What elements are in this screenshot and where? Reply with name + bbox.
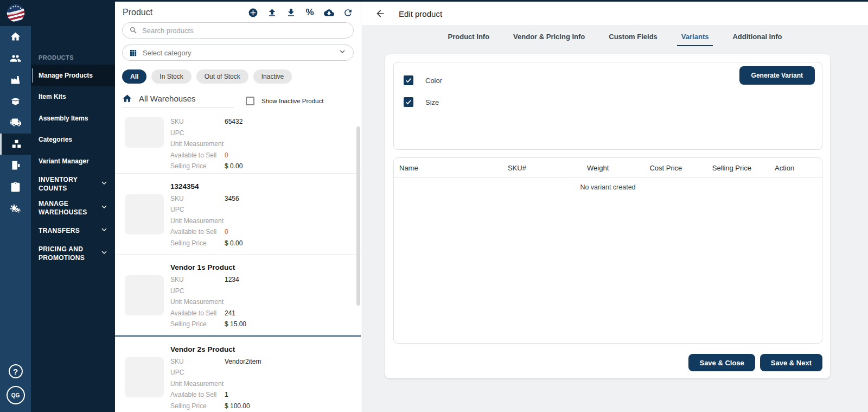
- sidebar-section-label: TRANSFERS: [39, 226, 80, 235]
- settings-gears-icon[interactable]: [0, 198, 31, 219]
- sidebar-section-manage-warehouses[interactable]: MANAGE WAREHOUSES: [31, 196, 115, 220]
- product-list-item[interactable]: SKU65432 UPC Unit Measurement Available …: [115, 114, 361, 174]
- filter-chip-in-stock[interactable]: In Stock: [151, 69, 191, 84]
- filter-chip-out-of-stock[interactable]: Out of Stock: [196, 69, 248, 84]
- clipboard-icon[interactable]: [0, 176, 31, 198]
- tab-vendor-pricing-info[interactable]: Vendor & Pricing Info: [509, 33, 589, 46]
- product-available: 0: [225, 151, 228, 159]
- field-label: Unit Measurement: [170, 217, 225, 225]
- category-placeholder: Select category: [143, 49, 333, 57]
- back-arrow-icon[interactable]: [374, 7, 387, 20]
- sidebar-item-variant-manager[interactable]: Variant Manager: [31, 150, 115, 172]
- factory-icon[interactable]: [0, 69, 31, 91]
- product-list-item[interactable]: Vendor 1s Product SKU1234 UPC Unit Measu…: [115, 255, 361, 337]
- sidebar-section-label: PRICING AND PROMOTIONS: [39, 245, 97, 262]
- product-price: $ 100.00: [225, 402, 250, 410]
- tab-custom-fields[interactable]: Custom Fields: [604, 33, 662, 46]
- show-inactive-checkbox[interactable]: [246, 97, 254, 105]
- filter-chip-inactive[interactable]: Inactive: [253, 69, 292, 84]
- product-list-item[interactable]: 1324354 SKU3456 UPC Unit Measurement Ava…: [115, 174, 361, 255]
- product-thumbnail: [125, 357, 164, 397]
- tab-product-info[interactable]: Product Info: [444, 33, 494, 46]
- tab-additional-info[interactable]: Additional Info: [728, 33, 786, 46]
- sidebar-nav: PRODUCTS Manage Products Item Kits Assem…: [31, 0, 115, 412]
- variants-card: Color Size Generate Variant Name SKU# We…: [385, 54, 830, 378]
- search-input[interactable]: [142, 27, 347, 35]
- show-inactive-label: Show Inactive Product: [261, 98, 323, 104]
- sidebar-item-item-kits[interactable]: Item Kits: [31, 86, 115, 108]
- add-product-icon[interactable]: [247, 7, 258, 18]
- size-checkbox[interactable]: [404, 97, 413, 107]
- color-checkbox[interactable]: [404, 75, 413, 85]
- sidebar-item-label: Item Kits: [39, 93, 66, 100]
- chevron-down-icon: [100, 248, 108, 259]
- product-available: 0: [225, 228, 228, 236]
- field-label: SKU: [170, 358, 225, 365]
- product-sku: 65432: [225, 118, 242, 125]
- edit-product-panel: Edit product Product Info Vendor & Prici…: [362, 2, 868, 412]
- field-label: UPC: [170, 129, 225, 137]
- nav-section-products-label: PRODUCTS: [31, 50, 115, 65]
- filter-chip-all[interactable]: All: [122, 69, 146, 84]
- help-icon[interactable]: ?: [9, 364, 23, 378]
- warehouse-selector[interactable]: All Warehouses: [122, 93, 234, 108]
- color-option-label: Color: [425, 77, 442, 85]
- category-grid-icon: [129, 49, 137, 57]
- scrollbar-thumb[interactable]: [356, 126, 360, 306]
- generate-variant-button[interactable]: Generate Variant: [739, 66, 815, 85]
- sidebar-item-label: Categories: [39, 136, 72, 143]
- save-actions: Save & Close Save & Next: [688, 354, 822, 371]
- eagle-flag-logo-icon: [6, 3, 25, 23]
- users-icon[interactable]: [0, 48, 31, 69]
- avatar[interactable]: QG: [7, 386, 25, 404]
- download-icon[interactable]: [285, 7, 296, 18]
- product-thumbnail: [125, 275, 164, 315]
- upload-icon[interactable]: [266, 7, 277, 18]
- column-header-name: Name: [399, 164, 508, 172]
- pos-terminal-icon[interactable]: [0, 155, 31, 176]
- variant-option-row: Size: [394, 91, 822, 113]
- field-label: Selling Price: [170, 239, 225, 247]
- field-label: Selling Price: [170, 402, 225, 410]
- sidebar-section-transfers[interactable]: TRANSFERS: [31, 220, 115, 242]
- empty-state-message: No variant created: [394, 178, 822, 191]
- save-next-button[interactable]: Save & Next: [760, 354, 822, 371]
- variants-table-header: Name SKU# Weight Cost Price Selling Pric…: [394, 158, 822, 178]
- field-label: Unit Measurement: [170, 380, 225, 388]
- cloud-download-icon[interactable]: [323, 7, 334, 18]
- product-name: Vendor 1s Product: [170, 262, 354, 274]
- field-label: SKU: [170, 195, 225, 202]
- search-products-box: [122, 22, 354, 39]
- sidebar-item-manage-products[interactable]: Manage Products: [31, 65, 115, 86]
- show-inactive-control: Show Inactive Product: [246, 97, 323, 105]
- edit-product-header: Edit product: [362, 2, 868, 26]
- help-glyph: ?: [13, 367, 18, 376]
- stock-filter-chips: All In Stock Out of Stock Inactive: [122, 69, 354, 84]
- open-box-icon[interactable]: [0, 91, 31, 112]
- sidebar-section-inventory-counts[interactable]: INVENTORY COUNTS: [31, 172, 115, 196]
- sidebar-section-label: INVENTORY COUNTS: [39, 175, 97, 193]
- category-select[interactable]: Select category: [122, 45, 354, 61]
- column-header-weight: Weight: [587, 164, 649, 172]
- sidebar-item-label: Assembly Items: [39, 115, 88, 122]
- tab-variants[interactable]: Variants: [677, 33, 713, 46]
- percent-icon[interactable]: %: [304, 7, 315, 18]
- sidebar-section-pricing-promotions[interactable]: PRICING AND PROMOTIONS: [31, 242, 115, 265]
- sidebar-item-categories[interactable]: Categories: [31, 129, 115, 151]
- sidebar-item-assembly-items[interactable]: Assembly Items: [31, 107, 115, 129]
- save-close-button[interactable]: Save & Close: [688, 354, 755, 371]
- variant-options-card: Color Size Generate Variant: [393, 62, 822, 150]
- search-icon: [129, 26, 138, 35]
- inventory-boxes-icon[interactable]: [0, 134, 31, 155]
- panel-title: Product: [123, 8, 152, 17]
- chevron-down-icon: [100, 202, 108, 213]
- product-available: 241: [225, 309, 235, 317]
- product-list-item[interactable]: Vendor 2s Product SKUVendor2item UPC Uni…: [115, 337, 361, 412]
- delivery-truck-icon[interactable]: [0, 112, 31, 134]
- home-icon[interactable]: [0, 26, 31, 48]
- product-name: Vendor 2s Product: [170, 344, 354, 356]
- field-label: Available to Sell: [170, 228, 225, 236]
- field-label: Available to Sell: [170, 151, 225, 159]
- refresh-icon[interactable]: [342, 7, 353, 18]
- app-logo[interactable]: [0, 0, 31, 26]
